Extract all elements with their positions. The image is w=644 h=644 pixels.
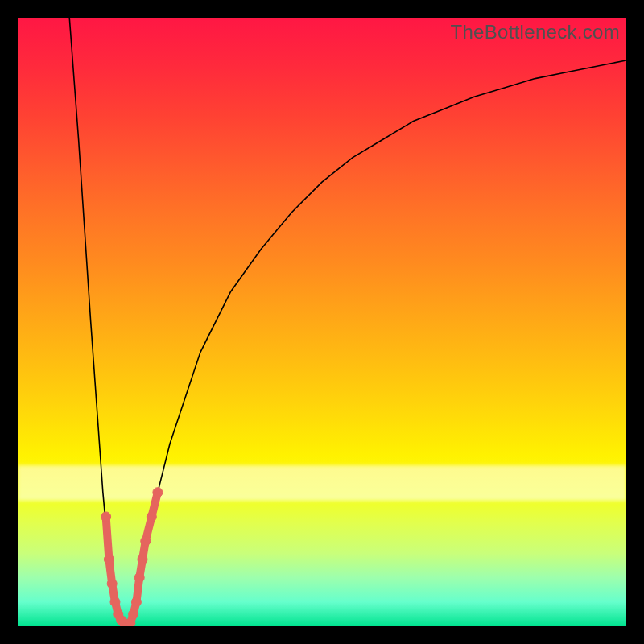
bottleneck-curve-svg	[18, 18, 626, 626]
watermark-text: TheBottleneck.com	[450, 21, 620, 43]
plot-area: TheBottleneck.com	[18, 18, 626, 626]
marker-dot	[134, 573, 144, 583]
marker-dot	[129, 609, 138, 619]
marker-dot	[153, 488, 163, 497]
marker-dot	[101, 512, 111, 522]
marker-dot	[110, 597, 120, 607]
marker-dot	[147, 512, 156, 522]
bottleneck-curve	[69, 18, 626, 626]
curve-group	[69, 18, 626, 626]
marker-dot	[107, 579, 117, 588]
marker-dot	[104, 555, 114, 564]
chart-frame: TheBottleneck.com	[0, 0, 644, 644]
marker-dot	[126, 618, 135, 626]
marker-dot	[131, 597, 141, 607]
marker-group	[101, 488, 163, 626]
marker-dot	[141, 536, 151, 546]
marker-dot	[138, 555, 147, 564]
